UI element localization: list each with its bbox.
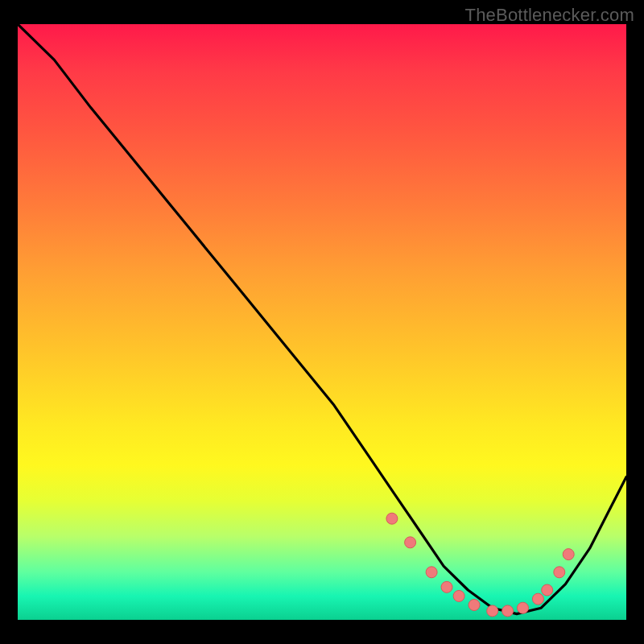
chart-gradient-background bbox=[18, 24, 626, 620]
chart-bottom-border bbox=[18, 620, 626, 626]
watermark-text: TheBottlenecker.com bbox=[465, 5, 634, 26]
